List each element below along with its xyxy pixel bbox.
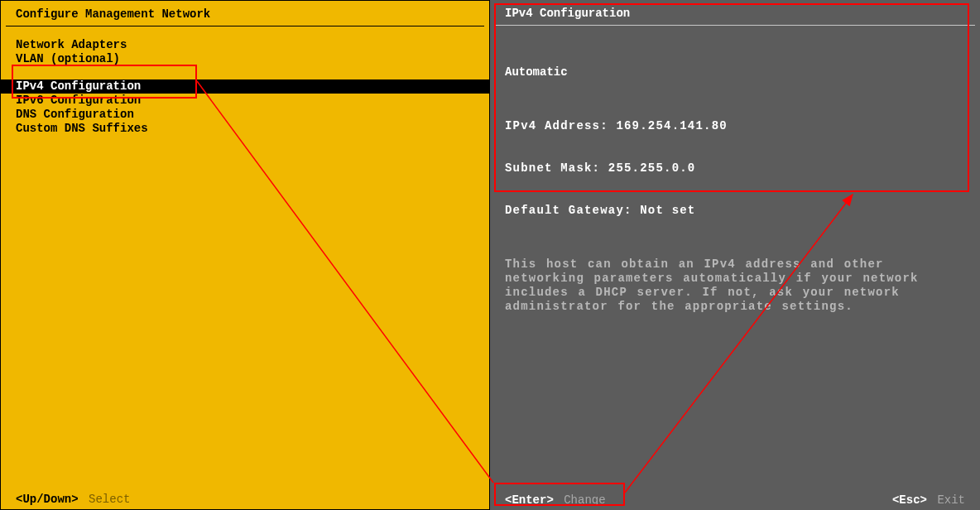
description-text: This host can obtain an IPv4 address and…: [505, 257, 965, 314]
updown-label: Select: [89, 493, 130, 506]
divider-right: [495, 25, 975, 26]
menu-list: Network Adapters VLAN (optional) IPv4 Co…: [1, 38, 489, 136]
menu-spacer: [1, 66, 489, 79]
enter-label: Change: [564, 493, 605, 507]
ipv4-address: IPv4 Address: 169.254.141.80: [505, 119, 965, 133]
enter-key[interactable]: <Enter>: [505, 493, 554, 507]
left-footer: <Up/Down> Select: [1, 489, 489, 509]
default-gateway: Default Gateway: Not set: [505, 204, 965, 218]
menu-item-network-adapters[interactable]: Network Adapters: [1, 38, 489, 52]
esc-key[interactable]: <Esc>: [892, 493, 927, 507]
right-footer: <Enter> Change <Esc> Exit: [490, 490, 980, 510]
subnet-mask: Subnet Mask: 255.255.0.0: [505, 161, 965, 176]
menu-item-vlan[interactable]: VLAN (optional): [1, 52, 489, 66]
right-title: IPv4 Configuration: [490, 7, 980, 25]
menu-item-dns-suffixes[interactable]: Custom DNS Suffixes: [1, 122, 489, 136]
menu-item-ipv6[interactable]: IPv6 Configuration: [1, 94, 489, 108]
menu-item-ipv4[interactable]: IPv4 Configuration: [1, 79, 489, 94]
right-pane: IPv4 Configuration Automatic IPv4 Addres…: [490, 0, 980, 510]
menu-item-dns[interactable]: DNS Configuration: [1, 108, 489, 122]
detail-heading: Automatic: [505, 65, 965, 79]
left-pane: Configure Management Network Network Ada…: [0, 0, 490, 510]
divider: [6, 26, 484, 26]
esc-label: Exit: [937, 493, 965, 507]
updown-key: <Up/Down>: [16, 493, 79, 506]
detail-block: Automatic IPv4 Address: 169.254.141.80 S…: [490, 37, 980, 342]
left-title: Configure Management Network: [1, 7, 489, 26]
